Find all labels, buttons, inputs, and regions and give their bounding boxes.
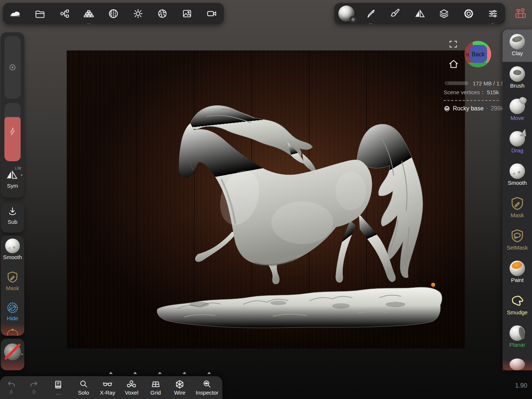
sub-button[interactable] [7,206,18,217]
tool-mask[interactable]: Mask [503,191,532,224]
sculpt-viewport[interactable] [67,50,465,349]
selmask-shield-icon [510,228,525,244]
panel-pull-arrow[interactable] [207,372,211,374]
tool-smudge[interactable]: Smudge [503,289,532,321]
app-logo [4,3,26,24]
symmetry-button[interactable] [409,3,430,24]
selected-mesh-row[interactable]: Rocky base · 299k [444,105,504,112]
smooth-quick-button[interactable] [5,239,20,253]
interface-button[interactable]: … [482,3,504,24]
tool-planar[interactable]: Planar [503,321,532,353]
tool-list-sidebar: Clay Brush Move Drag Smooth Mask [503,29,532,370]
video-camera-icon [206,8,217,19]
tool-drag[interactable]: Drag [503,127,532,159]
tool-partial-next[interactable] [503,353,532,370]
paintbrush-icon [390,8,401,19]
panel-expand-arrow[interactable]: ▸ [21,173,23,177]
tool-brush[interactable]: Brush [503,62,532,94]
material-gear-badge [349,16,357,23]
intensity-slider[interactable] [4,103,21,161]
background-button[interactable] [176,3,198,24]
panel-pull-arrow[interactable] [183,372,186,374]
rocky-base-mesh [157,287,442,328]
layers-button[interactable] [433,3,455,24]
radius-slider[interactable] [4,36,21,99]
more-indicator: … [482,20,504,25]
history-button[interactable]: … [45,376,71,399]
tool-selmask[interactable]: SelMask [503,224,532,256]
material-button[interactable] [336,3,357,24]
solo-button[interactable]: Solo [71,376,95,399]
xray-button[interactable]: X-Ray [95,376,119,399]
notebook-icon [53,380,63,389]
material-sphere-icon [338,6,355,22]
paint-settings-button[interactable] [385,3,406,24]
material-override-panel: ▸ [1,339,24,370]
files-button[interactable] [29,3,50,24]
scene-vertices-row: Scene vertices： 515k [444,89,499,96]
redo-button[interactable]: 0 [22,376,45,399]
sun-icon [133,8,143,19]
hide-quick-button[interactable] [6,301,19,314]
grid-button[interactable]: Grid [144,376,168,399]
sym-label: Sym [1,183,24,189]
tool-paint[interactable]: Paint [503,256,532,289]
intensity-fill [4,117,21,161]
debug-tools-button[interactable] [512,5,529,21]
bottom-toolbar: 0 0 … Solo X-Ray Voxel Grid Wire [0,376,222,399]
grid-icon [151,379,161,389]
tool-clay[interactable]: Clay [503,29,532,62]
hide-quick-label: Hide [1,315,24,321]
wire-button[interactable]: Wire [168,376,191,399]
clay-tool-icon [510,34,525,49]
touch-pointer-dot [431,283,435,287]
quick-tools-panel: Smooth Mask Hide [1,236,24,336]
fullscreen-button[interactable] [449,40,458,48]
mesh-sphere-icon [444,105,450,112]
app-window: … … [0,0,532,399]
panel-expand-arrow[interactable]: ▸ [21,352,23,356]
sub-panel: Sub [1,202,24,233]
orientation-gizmo[interactable]: ht Back [464,40,492,68]
bake-button[interactable]: … [78,3,99,24]
tool-move[interactable]: Move [503,94,532,127]
hide-dotted-sphere-icon [6,301,19,314]
grid-label: Grid [151,389,161,396]
memory-progress-fill [446,82,448,84]
symmetry-toggle[interactable] [6,170,17,180]
material-env-button[interactable] [103,3,124,24]
arrow-down-tray-icon [7,206,18,217]
gizmo-quick-button[interactable] [6,328,19,336]
panel-pull-arrow[interactable] [158,372,162,374]
tool-smooth[interactable]: Smooth [503,159,532,191]
gizmo-partial-label: ht [465,52,469,57]
voxel-button[interactable]: Voxel [120,376,144,399]
undo-button[interactable]: 0 [0,376,22,399]
zoom-level: 1.90 [504,382,527,389]
camera-button[interactable] [201,3,222,24]
settings-button[interactable] [458,3,479,24]
mirror-icon [6,170,17,180]
scene-vertices-value: 515k [487,89,499,95]
matcap-sphere-icon [108,8,119,19]
stroke-button[interactable]: … [360,3,381,24]
mask-shield-icon [6,270,19,284]
top-right-toolbar: … … [334,3,505,24]
radius-icon [8,63,17,72]
stroke-sliders-panel: L/W ▸ Sym [1,32,24,198]
lighting-button[interactable] [127,3,149,24]
wireframe-hexagon-icon [175,379,184,389]
scene-graph-button[interactable] [54,3,75,24]
panel-pull-arrow[interactable] [133,372,137,374]
smooth-quick-label: Smooth [1,254,24,260]
folder-icon [35,8,45,19]
no-material-button[interactable] [4,343,21,360]
sliders-icon [488,8,498,19]
panel-pull-arrow[interactable] [109,372,113,374]
drag-tool-icon [510,131,525,146]
postprocess-button[interactable] [152,3,173,24]
home-view-button[interactable] [448,59,459,70]
inspector-button[interactable]: Inspector [192,376,222,399]
brush-tool-icon [510,66,525,82]
mask-quick-button[interactable] [6,270,19,284]
